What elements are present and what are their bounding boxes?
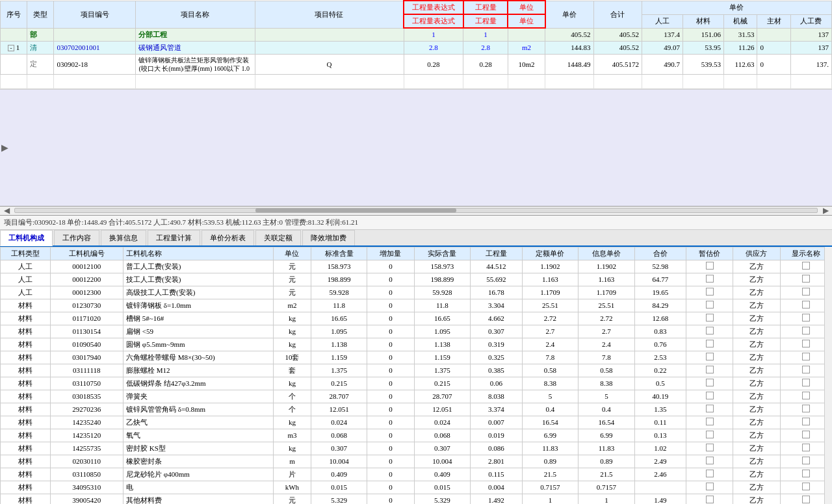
scroll-thumb[interactable] xyxy=(255,208,456,212)
col-name: 项目名称 xyxy=(136,1,255,28)
col-unit2: 单位 xyxy=(508,14,545,28)
tab-qty-calc[interactable]: 工程量计算 xyxy=(148,230,200,246)
list-item[interactable]: 材料03110850尼龙砂轮片 φ400mm片0.40900.4090.1152… xyxy=(1,468,832,481)
tab-unit-price-analysis[interactable]: 单价分析表 xyxy=(202,230,254,246)
display-checkbox[interactable] xyxy=(802,314,810,321)
list-item[interactable]: 材料01171020槽钢 5#~16#kg16.65016.654.6622.7… xyxy=(1,312,832,325)
scroll-track[interactable] xyxy=(14,208,818,213)
list-item[interactable]: 材料01130154扁钢 <59kg1.09501.0950.3072.72.7… xyxy=(1,325,832,338)
display-checkbox[interactable] xyxy=(802,353,810,360)
machine-cell: 31.53 xyxy=(723,28,757,41)
scroll-left-btn[interactable]: ◀ xyxy=(1,206,12,216)
list-item[interactable]: 材料34095310电kWh0.01500.0150.0040.71570.71… xyxy=(1,481,832,494)
est-checkbox[interactable] xyxy=(706,262,714,270)
est-checkbox[interactable] xyxy=(706,418,714,425)
est-checkbox[interactable] xyxy=(706,457,714,464)
list-item[interactable]: 人工00012200技工人工费(安装)元198.8990198.89955.69… xyxy=(1,273,832,286)
tab-work-content[interactable]: 工作内容 xyxy=(54,230,99,246)
display-checkbox[interactable] xyxy=(802,418,810,425)
est-checkbox[interactable] xyxy=(706,392,714,399)
unit-price-cell: 144.83 xyxy=(545,41,593,54)
total-cell: 405.52 xyxy=(593,41,642,54)
list-item[interactable]: 材料03110750低碳钢焊条 结427φ3.2mmkg0.21500.2150… xyxy=(1,377,832,390)
horizontal-scrollbar[interactable]: ◀ ▶ xyxy=(0,207,832,216)
scroll-right-btn[interactable]: ▶ xyxy=(820,206,831,216)
display-checkbox[interactable] xyxy=(802,275,810,283)
display-checkbox[interactable] xyxy=(802,392,810,399)
left-nav-arrow[interactable]: ▶ xyxy=(1,142,8,153)
est-checkbox[interactable] xyxy=(706,340,714,347)
features-cell xyxy=(255,28,404,41)
col-std-header: 标准含量 xyxy=(311,247,367,260)
list-item[interactable]: 材料14255735密封胶 KS型kg0.30700.3070.08611.83… xyxy=(1,442,832,455)
list-item[interactable]: 材料39005420其他材料费元5.32905.3291.492111.49乙方 xyxy=(1,494,832,504)
display-checkbox[interactable] xyxy=(802,366,810,373)
est-checkbox[interactable] xyxy=(706,301,714,309)
table-row[interactable]: - 1 清 030702001001 碳钢通风管道 2.8 2.8 m2 144… xyxy=(1,41,832,54)
labor-cost-cell: 137 xyxy=(790,28,831,41)
list-item[interactable]: 材料01090540圆钢 φ5.5mm~9mmkg1.13801.1380.31… xyxy=(1,338,832,351)
list-item[interactable]: 材料14235120氧气m30.06800.0680.0196.996.990.… xyxy=(1,429,832,442)
est-checkbox[interactable] xyxy=(706,275,714,283)
list-item[interactable]: 材料03111118膨胀螺栓 M12套1.37501.3750.3850.580… xyxy=(1,364,832,377)
tab-conversion-info[interactable]: 换算信息 xyxy=(101,230,146,246)
list-item[interactable]: 材料02030110橡胶密封条m10.004010.0042.8010.890.… xyxy=(1,455,832,468)
list-item[interactable]: 材料03018535弹簧夹个28.707028.7078.0385540.19乙… xyxy=(1,390,832,403)
col-name-header: 工料机名称 xyxy=(124,247,274,260)
table-row[interactable]: 部 分部工程 1 1 405.52 405.52 137.4 151.06 31… xyxy=(1,28,832,41)
tab-material-composition[interactable]: 工料机构成 xyxy=(0,230,53,246)
empty-area: ▶ xyxy=(0,90,832,207)
name-cell: 碳钢通风管道 xyxy=(136,41,255,54)
list-item[interactable]: 人工00012300高级技工人工费(安装)元59.928059.92816.78… xyxy=(1,286,832,299)
est-checkbox[interactable] xyxy=(706,444,714,451)
display-checkbox[interactable] xyxy=(802,327,810,334)
labor-cost-cell: 137. xyxy=(790,54,831,74)
display-checkbox[interactable] xyxy=(802,457,810,464)
col-qty2: 工程量 xyxy=(463,14,508,28)
col-main-mat: 主材 xyxy=(757,14,791,28)
display-checkbox[interactable] xyxy=(802,340,810,347)
bottom-scroll-area[interactable]: 工料类型 工料机编号 工料机名称 单位 标准含量 增加量 实际含量 工程量 定额… xyxy=(0,247,832,505)
display-checkbox[interactable] xyxy=(802,444,810,451)
display-checkbox[interactable] xyxy=(802,379,810,386)
est-checkbox[interactable] xyxy=(706,353,714,360)
display-checkbox[interactable] xyxy=(802,470,810,477)
display-checkbox[interactable] xyxy=(802,301,810,309)
est-checkbox[interactable] xyxy=(706,314,714,321)
col-fixed-price-header: 定额单价 xyxy=(522,247,578,260)
est-checkbox[interactable] xyxy=(706,496,714,503)
est-checkbox[interactable] xyxy=(706,327,714,334)
est-checkbox[interactable] xyxy=(706,470,714,477)
est-checkbox[interactable] xyxy=(706,379,714,386)
list-item[interactable]: 人工00012100普工人工费(安装)元158.9730158.97344.51… xyxy=(1,260,832,273)
display-checkbox[interactable] xyxy=(802,496,810,503)
est-checkbox[interactable] xyxy=(706,431,714,438)
est-checkbox[interactable] xyxy=(706,288,714,296)
list-item[interactable]: 材料29270236镀锌风管管角码 δ=0.8mm个12.051012.0513… xyxy=(1,403,832,416)
list-item[interactable]: 材料01230730镀锌薄钢板 δ=1.0mmm211.8011.83.3042… xyxy=(1,299,832,312)
tab-efficiency-fee[interactable]: 降效增加费 xyxy=(302,230,355,246)
empty-row xyxy=(1,74,832,88)
est-checkbox[interactable] xyxy=(706,483,714,490)
bottom-table: 工料类型 工料机编号 工料机名称 单位 标准含量 增加量 实际含量 工程量 定额… xyxy=(0,247,832,505)
col-code-header: 工料机编号 xyxy=(50,247,124,260)
display-checkbox[interactable] xyxy=(802,405,810,412)
est-checkbox[interactable] xyxy=(706,366,714,373)
bottom-header-row: 工料类型 工料机编号 工料机名称 单位 标准含量 增加量 实际含量 工程量 定额… xyxy=(1,247,832,260)
display-checkbox[interactable] xyxy=(802,288,810,296)
type-cell: 定 xyxy=(27,54,54,74)
name-cell: 分部工程 xyxy=(136,28,255,41)
list-item[interactable]: 材料03017940六角螺栓带螺母 M8×(30~50)10套1.15901.1… xyxy=(1,351,832,364)
display-checkbox[interactable] xyxy=(802,431,810,438)
right-scrollbar[interactable] xyxy=(824,247,832,505)
table-row[interactable]: 定 030902-18 镀锌薄钢板共板法兰矩形风管制作安装 (咬口大 长(mm)… xyxy=(1,54,832,74)
col-type: 类型 xyxy=(27,1,54,28)
display-checkbox[interactable] xyxy=(802,483,810,490)
display-checkbox[interactable] xyxy=(802,262,810,270)
est-checkbox[interactable] xyxy=(706,405,714,412)
type-cell: 部 xyxy=(27,28,54,41)
tab-related-quota[interactable]: 关联定额 xyxy=(255,230,301,246)
collapse-icon[interactable]: - xyxy=(8,45,14,51)
list-item[interactable]: 材料14235240乙炔气kg0.02400.0240.00716.5416.5… xyxy=(1,416,832,429)
col-unit-price-sub: 单价 xyxy=(642,1,831,14)
